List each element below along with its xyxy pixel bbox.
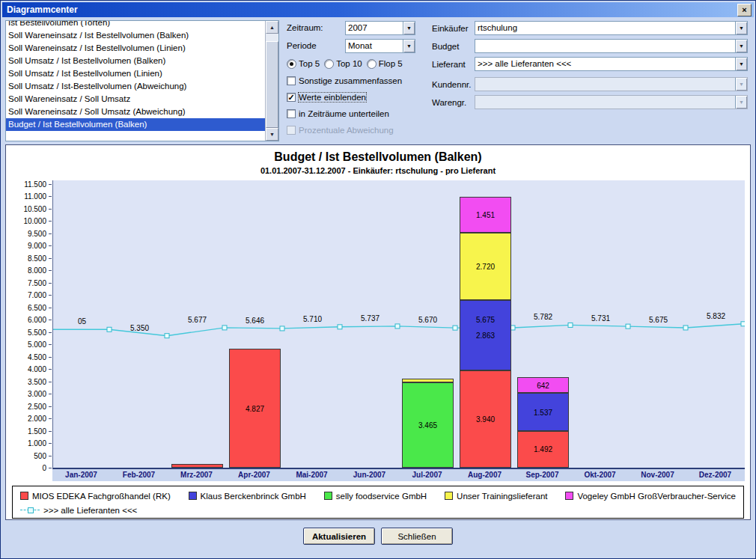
periode-combobox[interactable]: Monat ▼ — [345, 39, 415, 53]
chevron-down-icon: ▼ — [735, 78, 747, 91]
legend-swatch — [189, 492, 197, 500]
list-item[interactable]: Soll Wareneinsatz / Soll Umsatz (Abweich… — [6, 106, 265, 118]
chart-body: 05001.0001.5002.0002.5003.0003.5004.0004… — [9, 180, 747, 481]
diagrammcenter-window: Diagrammcenter × Ist Bestellvolumen (Tor… — [0, 0, 756, 559]
checkbox-label: Prozentuale Abweichung — [299, 126, 394, 135]
y-axis-tick-label: 5.500 — [28, 328, 46, 336]
budget-label: Budget — [432, 42, 475, 51]
y-axis-tick-label: 6.000 — [28, 316, 46, 324]
x-axis-label: Jun-2007 — [341, 469, 398, 481]
y-axis-tick — [49, 468, 52, 468]
line-value-label: 5.670 — [418, 316, 437, 324]
y-axis-tick-label: 8.000 — [28, 266, 46, 275]
checkbox-sonstige-zusammenfassen[interactable]: Sonstige zusammenfassen — [287, 74, 423, 88]
bar-segment — [171, 464, 223, 468]
line-value-label: 5.675 — [476, 316, 495, 324]
list-item[interactable]: Soll Wareneinsatz / Ist Bestellvolumen (… — [6, 29, 265, 42]
chart-subtitle: 01.01.2007-31.12.2007 - Einkäufer: rtsch… — [6, 166, 750, 175]
legend-item: >>> alle Lieferanten <<< — [20, 506, 137, 515]
lieferant-combobox[interactable]: >>> alle Lieferanten <<< ▼ — [475, 57, 748, 71]
radio-icon — [287, 59, 296, 69]
legend-swatch — [324, 492, 332, 500]
y-axis-tick — [49, 245, 52, 246]
x-axis: Jan-2007Feb-2007Mrz-2007Apr-2007Mai-2007… — [52, 469, 745, 481]
y-axis-tick-label: 9.000 — [28, 242, 46, 250]
chevron-down-icon: ▼ — [735, 96, 747, 109]
line-value-label: 5.675 — [649, 316, 668, 324]
chevron-down-icon[interactable]: ▼ — [735, 40, 747, 52]
einkaeufer-combobox[interactable]: rtschulung ▼ — [475, 21, 748, 35]
checkbox-checked-icon[interactable]: ✓ — [287, 93, 296, 102]
y-axis-tick — [49, 184, 52, 185]
chevron-down-icon[interactable]: ▼ — [403, 40, 415, 52]
list-item[interactable]: Soll Wareneinsatz / Ist Bestellvolumen (… — [6, 42, 265, 55]
line-value-label: 5.677 — [188, 316, 207, 324]
chevron-down-icon[interactable]: ▼ — [735, 22, 747, 34]
chart-type-listbox[interactable]: Ist Bestellvolumen (Torten)Soll Warenein… — [6, 21, 265, 141]
line-value-label: 5.737 — [361, 314, 379, 323]
chart-type-list: Ist Bestellvolumen (Torten)Soll Warenein… — [5, 20, 279, 141]
list-item[interactable]: Soll Umsatz / Ist-Bestellvolumen (Abweic… — [6, 80, 265, 93]
warengr-label: Warengr. — [432, 98, 475, 107]
y-axis-tick-label: 1.000 — [28, 439, 46, 447]
y-axis-tick-label: 5.000 — [28, 340, 46, 349]
close-button[interactable]: × — [737, 4, 752, 16]
list-item[interactable]: Soll Umsatz / Ist Bestellvolumen (Balken… — [6, 55, 265, 67]
lieferant-value: >>> alle Lieferanten <<< — [475, 58, 735, 70]
periode-label: Periode — [287, 41, 345, 50]
y-axis-tick-label: 11.500 — [24, 180, 46, 189]
radio-top-5[interactable]: Top 5 — [287, 59, 320, 69]
list-item[interactable]: Soll Wareneinsatz / Soll Umsatz — [6, 93, 265, 106]
chevron-down-icon[interactable]: ▼ — [735, 58, 747, 70]
warengr-value — [475, 96, 735, 109]
close-dialog-button[interactable]: Schließen — [381, 528, 453, 545]
scrollbar-thumb[interactable] — [266, 41, 278, 128]
y-axis-tick-label: 10.500 — [23, 204, 46, 213]
checkbox-icon[interactable] — [287, 109, 296, 118]
y-axis-tick-label: 2.000 — [28, 415, 46, 423]
checkbox-icon[interactable] — [287, 76, 296, 85]
scroll-down-button[interactable]: ▼ — [266, 128, 278, 141]
line-value-label: 5.710 — [303, 315, 322, 323]
bar-value-label: 2.720 — [460, 263, 511, 271]
legend-item: Vogeley GmbH GroßVerbraucher-Service — [565, 492, 736, 501]
zeitraum-combobox[interactable]: 2007 ▼ — [345, 21, 415, 35]
list-item[interactable]: Soll Umsatz / Ist Bestellvolumen (Linien… — [6, 67, 265, 80]
refresh-button[interactable]: Aktualisieren — [303, 528, 375, 545]
budget-combobox[interactable]: ▼ — [475, 39, 748, 53]
x-axis-label: Aug-2007 — [456, 469, 513, 481]
y-axis-tick-label: 4.000 — [28, 365, 46, 373]
close-icon: × — [742, 6, 746, 14]
plot-area: 4.8273.4653.9402.8632.7201.4511.4921.537… — [52, 180, 745, 469]
radio-flop-5[interactable]: Flop 5 — [367, 59, 403, 69]
chevron-down-icon[interactable]: ▼ — [403, 22, 415, 34]
arrow-down-icon: ▼ — [269, 132, 275, 137]
bar-value-label: 3.465 — [402, 421, 454, 430]
legend-swatch — [565, 492, 573, 500]
y-axis-tick-label: 3.500 — [28, 377, 46, 385]
checkbox-werte-einblenden[interactable]: ✓ Werte einblenden — [287, 91, 423, 104]
checkbox-label: Werte einblenden — [299, 93, 366, 102]
line-value-label: 5.782 — [534, 313, 552, 321]
list-item[interactable]: Ist Bestellvolumen (Torten) — [6, 21, 265, 29]
line-value-label: 5.646 — [246, 317, 264, 325]
chart-options: Zeitraum: 2007 ▼ Periode Monat ▼ Top 5 — [287, 20, 423, 141]
checkbox-icon — [287, 126, 296, 135]
bar-value-label: 2.863 — [460, 332, 511, 340]
scrollbar-track[interactable] — [266, 34, 278, 128]
y-axis-tick — [49, 209, 52, 210]
checkbox-in-zeitraeume-unterteilen[interactable]: in Zeiträume unterteilen — [287, 107, 423, 120]
scroll-up-button[interactable]: ▲ — [266, 21, 278, 34]
y-axis-tick — [49, 283, 52, 284]
line-value-label: 5.731 — [591, 314, 610, 323]
chart-panel: Budget / Ist Bestellvolumen (Balken) 01.… — [5, 144, 751, 520]
y-axis-tick-label: 8.500 — [28, 254, 46, 262]
y-axis-tick-label: 2.500 — [28, 402, 46, 410]
chart-title: Budget / Ist Bestellvolumen (Balken) — [6, 150, 750, 164]
list-item[interactable]: Budget / Ist Bestellvolumen (Balken) — [6, 118, 265, 131]
x-axis-label: Jul-2007 — [398, 469, 456, 481]
legend-label: selly foodservice GmbH — [336, 492, 427, 501]
y-axis-tick — [49, 431, 52, 432]
listbox-scrollbar[interactable]: ▲ ▼ — [265, 21, 278, 141]
radio-top-10[interactable]: Top 10 — [324, 59, 362, 69]
